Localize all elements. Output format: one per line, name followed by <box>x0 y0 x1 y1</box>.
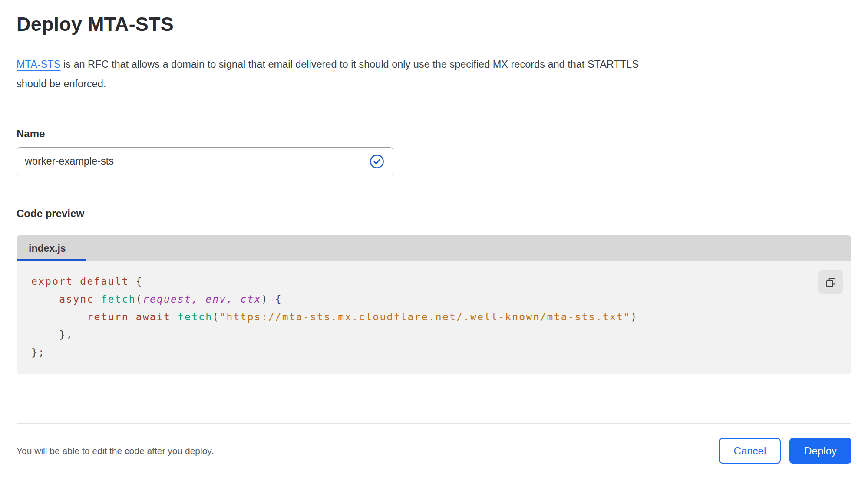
footer: You will be able to edit the code after … <box>17 424 851 464</box>
name-input-container <box>17 147 393 175</box>
tab-label: index.js <box>29 243 66 254</box>
code-line: async fetch(request, env, ctx) { <box>31 290 817 308</box>
code-tab-bar: index.js <box>17 235 851 261</box>
copy-icon <box>825 277 837 288</box>
code-preview-label: Code preview <box>17 207 851 220</box>
footer-note: You will be able to edit the code after … <box>17 446 214 456</box>
code-editor: export default { async fetch(request, en… <box>17 261 851 374</box>
deploy-mta-sts-page: Deploy MTA-STS MTA-STS is an RFC that al… <box>0 0 868 494</box>
code-line: export default { <box>31 273 817 290</box>
mta-sts-link[interactable]: MTA-STS <box>17 59 60 70</box>
tab-index-js[interactable]: index.js <box>17 235 86 261</box>
cancel-button[interactable]: Cancel <box>719 438 781 464</box>
description-text-line1: is an RFC that allows a domain to signal… <box>60 59 638 70</box>
code-line: }, <box>31 326 817 344</box>
page-title: Deploy MTA-STS <box>17 0 851 36</box>
footer-actions: Cancel Deploy <box>719 438 851 464</box>
name-input[interactable] <box>17 148 393 175</box>
code-preview-panel: index.js export default { async fetch(re… <box>17 235 851 374</box>
code-line: return await fetch("https://mta-sts.mx.c… <box>31 308 817 326</box>
copy-code-button[interactable] <box>818 270 843 294</box>
deploy-button[interactable]: Deploy <box>789 438 851 464</box>
code-lines: export default { async fetch(request, en… <box>31 273 817 362</box>
page-description: MTA-STS is an RFC that allows a domain t… <box>17 55 851 94</box>
description-text-line2: should be enforced. <box>17 78 106 89</box>
check-circle-icon <box>370 154 384 169</box>
code-line: }; <box>31 344 817 362</box>
name-label: Name <box>17 128 851 140</box>
